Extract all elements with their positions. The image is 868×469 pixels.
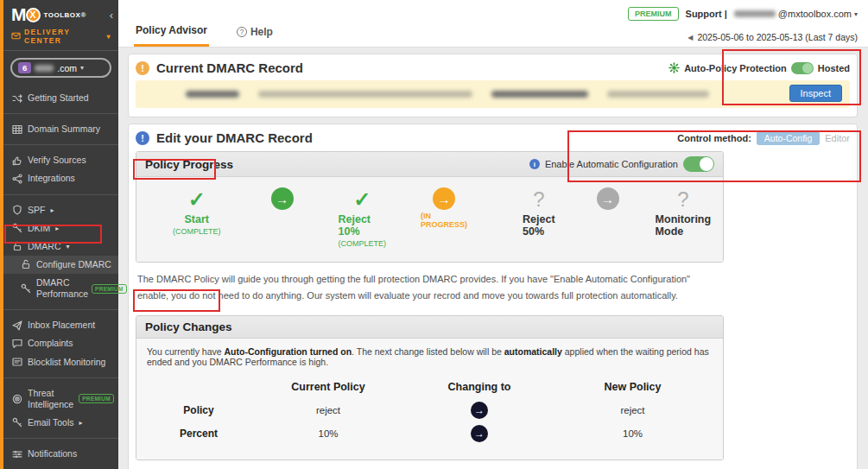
enable-auto-config-cluster: i Enable Automatic Configuration xyxy=(529,156,714,172)
sidebar-group: Threat IntelligencePREMIUMEmail Tools▸ xyxy=(3,377,118,438)
policy-changes-panel: Policy Changes You currently have Auto-C… xyxy=(136,315,724,460)
control-editor-option[interactable]: Editor xyxy=(825,133,850,143)
sidebar-item-integrations[interactable]: Integrations xyxy=(3,169,118,187)
redacted-record-segment xyxy=(607,91,709,98)
sliders-icon xyxy=(11,449,22,459)
edit-record-title-row: ! Edit your DMARC Record xyxy=(136,130,313,145)
step-label: Start xyxy=(185,213,209,225)
sidebar-item-verify-sources[interactable]: Verify Sources xyxy=(3,151,118,169)
sidebar-item-dkim[interactable]: DKIM▸ xyxy=(3,219,118,238)
current-value: 10% xyxy=(250,428,406,439)
sidebar-item-dmarc-performance[interactable]: DMARC PerformancePREMIUM xyxy=(3,274,118,303)
shuffle-icon xyxy=(11,93,22,104)
tab-policy-advisor[interactable]: Policy Advisor xyxy=(134,16,209,47)
previous-period-icon[interactable]: ◀ xyxy=(687,34,693,41)
sidebar-item-complaints[interactable]: Complaints xyxy=(3,334,118,352)
control-auto-config-option[interactable]: Auto-Config xyxy=(757,131,820,145)
sidebar-item-label: Configure DMARC xyxy=(36,259,111,270)
policy-progress-steps: ✓Start(COMPLETE)→✓Reject 10%(COMPLETE)→(… xyxy=(136,177,723,262)
chevron-down-icon: ▾ xyxy=(107,33,111,41)
policy-changes-table: Current PolicyChanging toNew PolicyPolic… xyxy=(147,376,713,446)
shield-icon xyxy=(11,205,22,215)
policy-changes-title: Policy Changes xyxy=(145,320,232,333)
tab-help[interactable]: ?Help xyxy=(235,16,275,47)
date-range-picker[interactable]: ◀ 2025-05-06 to 2025-05-13 (Last 7 days) xyxy=(687,32,858,42)
sidebar-item-threat-intelligence[interactable]: Threat IntelligencePREMIUM xyxy=(3,384,118,414)
sidebar-group: SPF▸DKIM▸DMARC▾Configure DMARCDMARC Perf… xyxy=(3,194,118,310)
tab-bar: Policy Advisor?Help xyxy=(134,16,275,47)
dmarc-record-value: Inspect xyxy=(136,80,850,108)
arrow-right-icon: → xyxy=(433,187,455,210)
collapse-sidebar-icon[interactable]: ‹ xyxy=(110,9,113,22)
chat-icon xyxy=(11,339,22,349)
new-value: reject xyxy=(553,405,713,415)
sidebar-item-label: Integrations xyxy=(28,173,75,184)
hosted-toggle[interactable] xyxy=(791,62,814,74)
changing-arrow-cell: → xyxy=(406,425,553,442)
progress-description: The DMARC Policy will guide you through … xyxy=(137,271,722,305)
new-value: 10% xyxy=(553,428,713,439)
key-icon xyxy=(20,283,31,294)
sidebar-item-domain-summary[interactable]: Domain Summary xyxy=(3,120,118,138)
chevron-down-icon: ▾ xyxy=(80,64,84,72)
policy-progress-panel: Policy Progress i Enable Automatic Confi… xyxy=(136,151,724,263)
sidebar-item-label: SPF xyxy=(28,205,45,216)
sidebar-item-label: Email Tools xyxy=(28,417,74,428)
col-header-current: Current Policy xyxy=(250,381,406,393)
sidebar-item-label: Notifications xyxy=(28,448,77,459)
sidebar-item-inbox-placement[interactable]: Inbox Placement xyxy=(3,316,118,334)
progress-connector-pending: → xyxy=(597,187,619,210)
redacted-email-prefix xyxy=(734,10,776,17)
sidebar-nav: Getting StartedDomain SummaryVerify Sour… xyxy=(3,83,118,469)
blocklist-icon xyxy=(11,357,22,367)
inspect-button[interactable]: Inspect xyxy=(789,85,842,102)
progress-step-reject-50: ?Reject 50% xyxy=(523,187,555,238)
tab-label: Help xyxy=(250,26,273,38)
current-record-title: Current DMARC Record xyxy=(156,60,303,75)
sidebar-item-label: Getting Started xyxy=(28,92,89,104)
logo-block[interactable]: M X TOOLBOX® ‹ DELIVERY CENTER ▾ xyxy=(3,0,118,51)
sidebar-item-configure-dmarc[interactable]: Configure DMARC xyxy=(3,256,118,274)
content-area: ! Current DMARC Record Auto-Policy Prote… xyxy=(118,48,868,469)
sidebar-item-label: Complaints xyxy=(28,338,73,349)
support-link[interactable]: Support | xyxy=(686,9,727,19)
redacted-record-segment xyxy=(491,91,588,98)
sidebar-item-email-tools[interactable]: Email Tools▸ xyxy=(3,414,118,432)
sidebar-item-notifications[interactable]: Notifications xyxy=(3,445,118,463)
question-mark-icon: ? xyxy=(677,189,688,210)
chevron-down-icon: ▾ xyxy=(67,243,70,250)
sidebar-item-dmarc[interactable]: DMARC▾ xyxy=(3,238,118,256)
premium-badge: PREMIUM xyxy=(79,394,114,403)
main-area: Policy Advisor?Help PREMIUM Support | @m… xyxy=(118,0,868,469)
logo-m-letter: M xyxy=(11,6,27,23)
sidebar-item-label: Inbox Placement xyxy=(28,320,95,331)
enable-auto-config-toggle[interactable] xyxy=(683,156,714,172)
account-menu[interactable]: @mxtoolbox.com ▾ xyxy=(734,9,858,19)
auto-policy-cluster: Auto-Policy Protection Hosted xyxy=(668,62,850,74)
sidebar-item-spf[interactable]: SPF▸ xyxy=(3,201,118,219)
domain-count-badge: 6 xyxy=(18,62,31,73)
sidebar-item-blocklist-monitoring[interactable]: Blocklist Monitoring xyxy=(3,353,118,371)
row-label: Percent xyxy=(147,428,250,440)
logo-x-badge: X xyxy=(26,8,41,22)
paper-plane-icon xyxy=(11,320,22,331)
edit-dmarc-record-card: ! Edit your DMARC Record Control method:… xyxy=(128,124,858,469)
changing-arrow-cell: → xyxy=(406,402,553,419)
step-status: (COMPLETE) xyxy=(173,227,221,236)
current-dmarc-record-card: ! Current DMARC Record Auto-Policy Prote… xyxy=(128,54,858,117)
progress-step-start: ✓Start(COMPLETE) xyxy=(173,187,221,236)
sidebar-group: Notifications xyxy=(3,438,118,469)
sidebar-group: Inbox PlacementComplaintsBlocklist Monit… xyxy=(3,309,118,377)
delivery-center-label[interactable]: DELIVERY CENTER ▾ xyxy=(11,28,111,45)
redacted-domain-name xyxy=(35,65,54,72)
sidebar: M X TOOLBOX® ‹ DELIVERY CENTER ▾ 6 .com … xyxy=(0,0,118,469)
progress-connector-in-progress: →(IN PROGRESS) xyxy=(421,187,467,229)
domain-selector[interactable]: 6 .com ▾ xyxy=(10,58,111,78)
edit-record-title: Edit your DMARC Record xyxy=(156,130,313,145)
info-icon: i xyxy=(529,159,540,169)
step-label: Reject 10% xyxy=(339,213,387,238)
mxtoolbox-logo: M X TOOLBOX® xyxy=(11,6,111,23)
col-header-changing: Changing to xyxy=(406,381,553,393)
control-method-label: Control method: xyxy=(677,133,751,143)
sidebar-item-getting-started[interactable]: Getting Started xyxy=(3,89,118,107)
